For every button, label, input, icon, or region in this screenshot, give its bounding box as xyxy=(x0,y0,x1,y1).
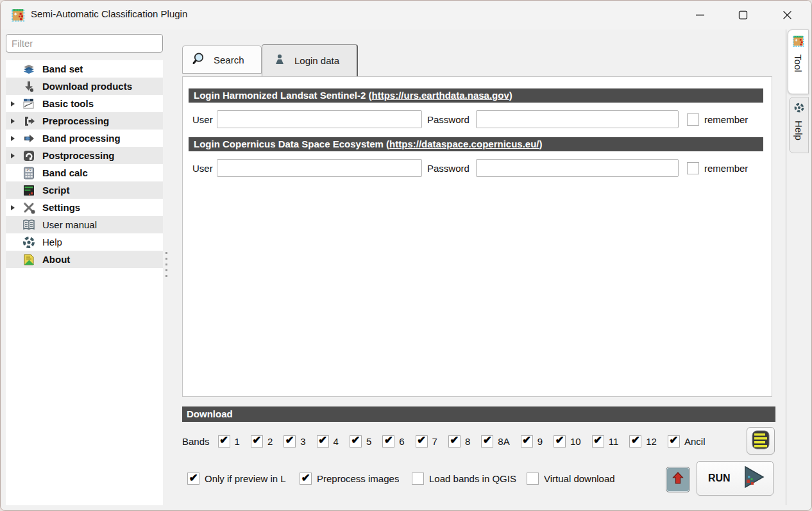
svg-text:1*2: 1*2 xyxy=(26,168,31,172)
load-bands-checkbox[interactable] xyxy=(412,473,424,485)
maximize-icon xyxy=(738,10,748,20)
band-6-checkbox[interactable] xyxy=(382,435,394,448)
tab-search[interactable]: Search xyxy=(182,46,262,74)
sidebar-item-label: Band processing xyxy=(42,133,121,144)
option-load-bands: Load bands in QGIS xyxy=(412,473,519,485)
sidebar-item-settings[interactable]: Settings xyxy=(6,199,163,216)
settings-icon xyxy=(21,201,37,215)
splitter-handle[interactable] xyxy=(165,252,167,281)
sidebar-item-user-manual[interactable]: User manual xyxy=(6,216,163,233)
band-processing-icon xyxy=(21,131,37,146)
run-button-label: RUN xyxy=(708,473,731,484)
expand-arrow-icon[interactable] xyxy=(11,205,21,210)
band-8a-checkbox[interactable] xyxy=(481,435,493,448)
copernicus-password-input[interactable] xyxy=(476,159,679,177)
band-10-checkbox[interactable] xyxy=(554,435,566,448)
hls-user-input[interactable] xyxy=(217,110,422,128)
dock-tab-tool[interactable]: Tool xyxy=(788,29,809,94)
band-label: 5 xyxy=(366,436,371,447)
hls-password-input[interactable] xyxy=(476,110,679,128)
section-title: Login Copernicus Data Space Ecosystem ( xyxy=(194,138,389,149)
postprocessing-icon xyxy=(21,149,37,163)
sidebar-item-basic-tools[interactable]: Basic tools xyxy=(6,95,163,112)
band-label: 7 xyxy=(432,436,437,447)
run-button[interactable]: RUN xyxy=(697,461,774,496)
copernicus-remember: remember xyxy=(687,162,748,174)
band-8-checkbox[interactable] xyxy=(448,435,461,448)
band-item: 2 xyxy=(251,435,273,448)
section-title-suffix: ) xyxy=(509,90,512,101)
preprocessing-icon xyxy=(21,114,37,128)
expand-arrow-icon[interactable] xyxy=(11,101,21,106)
dock-tab-help[interactable]: Help xyxy=(789,97,809,153)
band-item: 11 xyxy=(592,435,619,448)
band-9-checkbox[interactable] xyxy=(521,435,533,448)
hls-section-header: Login Harmonized Landsat Sentinel-2 (htt… xyxy=(189,88,763,103)
sidebar-item-band-calc[interactable]: 1*2 Band calc xyxy=(6,164,163,181)
band-1-checkbox[interactable] xyxy=(218,435,230,448)
band-label: 1 xyxy=(235,436,240,447)
sidebar-item-download-products[interactable]: Download products xyxy=(6,78,163,95)
band-label: 6 xyxy=(399,436,404,447)
plugin-window: Semi-Automatic Classification Plugin Ban… xyxy=(0,0,812,511)
sidebar-item-help[interactable]: Help xyxy=(6,233,163,251)
upload-arrow-icon xyxy=(670,471,686,489)
basic-tools-icon xyxy=(21,97,37,111)
sidebar-item-script[interactable]: Script xyxy=(6,181,163,199)
band-11-checkbox[interactable] xyxy=(592,435,604,448)
virtual-download-checkbox[interactable] xyxy=(527,473,539,485)
sidebar-item-band-processing[interactable]: Band processing xyxy=(6,130,163,147)
band-label: 12 xyxy=(646,436,657,447)
band-ancil-checkbox[interactable] xyxy=(668,435,680,448)
copernicus-user-input[interactable] xyxy=(217,159,422,177)
remember-label: remember xyxy=(704,114,748,125)
copernicus-user-label: User xyxy=(192,159,213,178)
sidebar-item-label: Band calc xyxy=(42,167,88,178)
band-2-checkbox[interactable] xyxy=(251,435,263,448)
only-if-preview-checkbox[interactable] xyxy=(187,473,199,485)
copernicus-remember-checkbox[interactable] xyxy=(687,162,699,174)
band-4-checkbox[interactable] xyxy=(317,435,329,448)
sidebar-item-about[interactable]: About xyxy=(6,251,163,268)
bands-label: Bands xyxy=(182,436,210,447)
sidebar-item-band-set[interactable]: Band set xyxy=(6,60,163,78)
band-label: 4 xyxy=(334,436,339,447)
band-list-button[interactable] xyxy=(747,427,775,455)
band-7-checkbox[interactable] xyxy=(416,435,428,448)
export-upload-button[interactable] xyxy=(666,467,690,492)
band-item: 8 xyxy=(448,435,470,448)
hls-remember-checkbox[interactable] xyxy=(687,113,699,126)
option-virtual-download: Virtual download xyxy=(527,473,615,485)
maximize-button[interactable] xyxy=(728,1,757,29)
sidebar-item-postprocessing[interactable]: Postprocessing xyxy=(6,147,163,164)
section-title-suffix: ) xyxy=(539,138,543,149)
band-item: 5 xyxy=(350,435,371,448)
close-button[interactable] xyxy=(772,1,802,29)
band-label: 8 xyxy=(465,436,470,447)
filter-input[interactable] xyxy=(6,34,163,53)
help-icon xyxy=(21,235,37,249)
expand-arrow-icon[interactable] xyxy=(11,153,21,158)
sidebar-item-preprocessing[interactable]: Preprocessing xyxy=(6,112,163,130)
band-5-checkbox[interactable] xyxy=(350,435,362,448)
band-item: 10 xyxy=(554,435,581,448)
dock-tab-label: Help xyxy=(793,121,804,140)
sidebar-item-label: Download products xyxy=(42,81,132,92)
minimize-button[interactable] xyxy=(685,1,715,29)
option-label: Only if preview in L xyxy=(205,473,296,485)
preprocess-images-checkbox[interactable] xyxy=(300,473,312,485)
option-preprocess-images: Preprocess images xyxy=(300,473,399,485)
copernicus-link[interactable]: https://dataspace.copernicus.eu/ xyxy=(389,138,539,149)
band-12-checkbox[interactable] xyxy=(629,435,641,448)
band-item: 7 xyxy=(416,435,437,448)
hls-remember: remember xyxy=(687,113,748,126)
script-icon xyxy=(21,183,37,197)
scp-logo-icon xyxy=(792,35,805,50)
tab-login-data[interactable]: Login data xyxy=(262,44,358,76)
band-item: 8A xyxy=(481,435,509,448)
expand-arrow-icon[interactable] xyxy=(11,119,21,124)
band-3-checkbox[interactable] xyxy=(283,435,296,448)
band-label: 11 xyxy=(609,436,619,447)
expand-arrow-icon[interactable] xyxy=(11,136,21,141)
hls-link[interactable]: https://urs.earthdata.nasa.gov xyxy=(372,90,509,101)
